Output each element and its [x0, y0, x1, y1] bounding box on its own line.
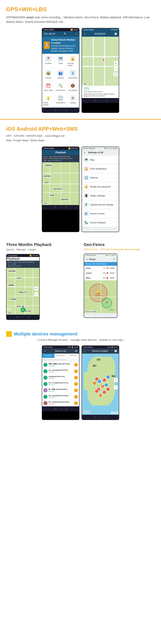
dev-item-6[interactable]: 🌐 620_2962][359339075529] 100% 稳上 😊 [42, 394, 79, 400]
settings-item-sound-control[interactable]: 🔊 Sound Control › [82, 209, 119, 218]
nav-back-geo[interactable]: ◁ [94, 314, 96, 317]
settings-item-map[interactable]: 🗺 Map › [82, 156, 119, 164]
nav-back-r[interactable]: ◁ [94, 99, 96, 102]
menu-item-security-scope[interactable]: 🔒 security scope [67, 54, 79, 68]
fence-office-btn[interactable]: Close [109, 276, 115, 279]
dev-item-1[interactable]: 🌐 海普3 (国联) [359339075796] 100% 稳上 😊 [42, 362, 79, 368]
fence-school-btn[interactable]: Close [109, 272, 115, 274]
cluster-6[interactable]: 6 [102, 390, 106, 394]
zoom-in[interactable]: + [114, 61, 118, 65]
menu-item-pickup[interactable]: 📦 Pickup [42, 68, 54, 81]
devlist-status-bar: China Mobile 45% 🔋 16:46 [42, 346, 79, 348]
refresh-icon-right[interactable]: 🔄 [114, 32, 117, 35]
geofence-sub: In/Out Fence，APP will receive push alert… [84, 248, 155, 251]
geo-back[interactable]: ＜ [86, 258, 88, 261]
settings-back-btn[interactable]: ＜ [84, 151, 86, 154]
nav-home-s[interactable]: ○ [100, 228, 101, 231]
menu-item-not-disturb[interactable]: 🔕 Not disturb [67, 81, 79, 93]
menu-item-attendance[interactable]: 📋 Attendance [54, 93, 67, 108]
push-chevron: › [116, 167, 117, 170]
cluster-10[interactable]: 3 [106, 387, 110, 391]
cluster-3[interactable]: 8 [100, 384, 104, 388]
devlist-back[interactable]: ＜ [44, 350, 46, 352]
devloc-refresh[interactable]: 🔄 [114, 350, 117, 352]
fence-home-btn[interactable]: Open [109, 267, 115, 270]
dev-item-3[interactable]: 🌐 4498][359339075744] 38% 稳上 😊 [42, 374, 79, 381]
section4-subtext: （ Creat a Manage Account，manage many dev… [6, 338, 155, 342]
nav-recent[interactable]: □ [66, 108, 67, 112]
dev-item-5[interactable]: 📡 第一线路 [359339075697] 22% 稳上 😊 [42, 387, 79, 394]
shake-settings-label: Shake Settings [90, 194, 114, 197]
devloc-back[interactable]: ＜ [84, 350, 86, 352]
nav-home-geo[interactable]: ○ [100, 314, 101, 317]
settings-item-sound-callback[interactable]: 📞 Sound Callback › [82, 218, 119, 227]
cluster-8[interactable]: 1 [102, 378, 106, 382]
search-icon-top[interactable]: 🔍 [64, 32, 67, 35]
yellow-square-icon [6, 331, 12, 337]
korea-label: 韩国 [112, 375, 115, 378]
menu-item-find-device[interactable]: 🔍 Find device [54, 81, 67, 93]
settings-item-refresh[interactable]: 🔄 Refresh › [82, 174, 119, 182]
cluster-2[interactable]: 3 [98, 379, 102, 383]
cluster-11[interactable]: 2 [92, 381, 96, 385]
menu-item-alarm-clock[interactable]: ⏰ Alarm clock [42, 81, 54, 93]
settings-item-push[interactable]: 🔔 Push Notification › [82, 164, 119, 173]
nav-recent-p[interactable]: □ [66, 206, 67, 209]
nav-home-3m[interactable]: ○ [22, 316, 24, 318]
menu-item-setting[interactable]: ⚙ Setting [67, 93, 79, 108]
nav-home[interactable]: ○ [60, 108, 62, 112]
nav-home-dl[interactable]: ○ [60, 408, 62, 410]
menu-item-contacts[interactable]: 👥 contacts [54, 68, 67, 81]
filter-all[interactable]: All (1000) [42, 354, 54, 358]
menu-item-power-saving[interactable]: 💡 Power saving [42, 93, 54, 108]
nav-back-devloc[interactable]: ◁ [94, 416, 96, 418]
password-chevron: › [116, 185, 117, 188]
nav-recent-devloc[interactable]: □ [105, 416, 107, 418]
settings-item-upload[interactable]: ⬆ Upload interval settings › [82, 200, 119, 209]
settings-item-shake[interactable]: 📳 Shake Settings › [82, 191, 119, 200]
playback-title: Playback [55, 151, 66, 154]
nav-recent-geo[interactable]: □ [105, 314, 106, 317]
nav-back-dl[interactable]: ◁ [54, 408, 56, 410]
nav-back[interactable]: ◁ [54, 108, 56, 112]
nav-recent-3m[interactable]: □ [28, 316, 29, 318]
cluster-5[interactable]: 4 [104, 383, 108, 387]
nav-home-devloc[interactable]: ○ [100, 416, 101, 418]
dev-item-7[interactable]: 🌐 620_28290][359339075528] 100% 稳上 😊 [42, 400, 79, 406]
cluster-9[interactable]: 7 [106, 375, 110, 379]
dev-item-2[interactable]: 🌐 303_4621][359339075746 75% 稳上 😊 [42, 368, 79, 374]
nav-home-r[interactable]: ○ [100, 99, 101, 102]
menu-item-position[interactable]: 📍 Position [42, 54, 54, 68]
menu-item-information[interactable]: ℹ Information [67, 68, 79, 81]
nav-recent-dl[interactable]: □ [66, 408, 67, 410]
device-text-info: Global Skinds Multiple Location GPS/WIFI… [51, 38, 78, 52]
search-bar-devlist[interactable]: 🔍 input account/imei number [42, 358, 79, 362]
alarm-clock-label: Alarm clock [44, 89, 53, 91]
dev-item-4[interactable]: 🌐 353_4143][359339075741] 98% 稳上 😊 [42, 381, 79, 387]
settings-item-password[interactable]: 🔒 Modify the password › [82, 182, 119, 191]
dev-name-6: 620_2962][359339075529] [48, 395, 73, 396]
zoom-out[interactable]: − [114, 67, 118, 71]
devloc-zoom-in[interactable]: + [114, 378, 118, 382]
3m-zoom-out[interactable]: − [34, 292, 38, 296]
nav-home-p[interactable]: ○ [60, 206, 62, 209]
locate-icon[interactable]: ◎ [114, 73, 118, 76]
fence-school-name: school [86, 272, 100, 274]
filter-offline[interactable]: Offline (3) [67, 354, 79, 358]
map-settings-label: Map [90, 158, 114, 161]
nav-recent-r[interactable]: □ [105, 99, 107, 102]
fence-home-name: home [86, 267, 100, 269]
find-device-icon: 🔍 [58, 83, 64, 88]
nav-back-s[interactable]: ◁ [94, 228, 96, 231]
add-icon-top[interactable]: ＋ [75, 32, 78, 36]
nav-recent-s[interactable]: □ [105, 228, 106, 231]
filter-online[interactable]: Online(997) [54, 354, 67, 358]
play-button[interactable]: ▶ [20, 307, 26, 312]
back-arrow[interactable]: ＜ [84, 32, 86, 36]
fence-office-name: office [86, 277, 100, 279]
nav-back-p[interactable]: ◁ [54, 206, 56, 209]
nav-back-3m[interactable]: ◁ [16, 316, 18, 318]
devloc-zoom-out[interactable]: − [114, 386, 118, 390]
menu-item-track[interactable]: 🗺 Track [54, 54, 67, 68]
3m-zoom-in[interactable]: + [34, 286, 38, 290]
